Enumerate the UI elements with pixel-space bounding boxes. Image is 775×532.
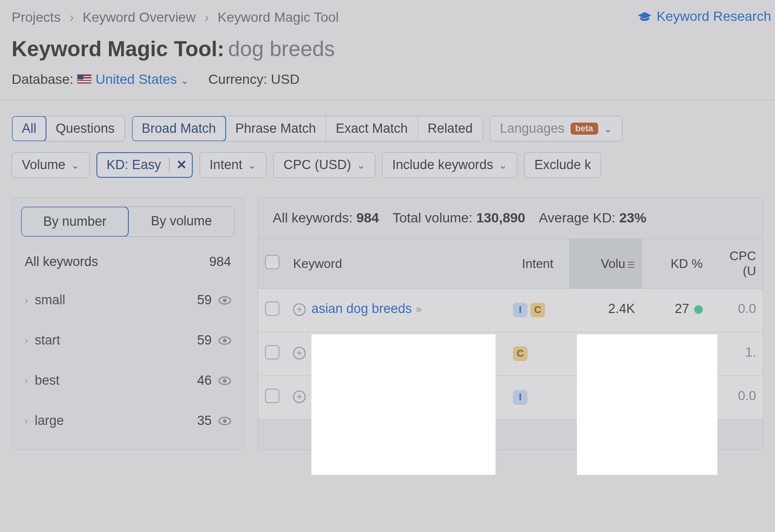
double-chevron-icon[interactable]: » bbox=[416, 303, 421, 315]
keyword-link[interactable]: asian dog breeds bbox=[311, 301, 412, 316]
tab-broad-match[interactable]: Broad Match bbox=[132, 116, 226, 141]
row-checkbox[interactable] bbox=[265, 389, 279, 403]
keywords-table: Keyword Intent Volu☰ KD % CPC (U +asian … bbox=[258, 238, 763, 420]
double-chevron-icon[interactable]: » bbox=[424, 391, 430, 403]
tab-related[interactable]: Related bbox=[418, 116, 482, 141]
kd-cell: 27 bbox=[642, 376, 710, 420]
table-row: +wrinkly dog breeds»I2.4K270.0 bbox=[258, 376, 763, 420]
chevron-down-icon: ⌄ bbox=[71, 159, 79, 171]
add-keyword-icon[interactable]: + bbox=[293, 303, 306, 316]
beta-badge: beta bbox=[571, 123, 598, 135]
chevron-right-icon: › bbox=[25, 415, 28, 426]
volume-cell: 2.4K bbox=[569, 376, 642, 420]
languages-label: Languages bbox=[500, 121, 565, 136]
crumb-overview[interactable]: Keyword Overview bbox=[82, 10, 195, 25]
filter-kd-label: KD: Easy bbox=[107, 157, 161, 172]
page-title: Keyword Magic Tool: bbox=[12, 37, 224, 61]
col-kd[interactable]: KD % bbox=[642, 239, 710, 289]
svg-point-5 bbox=[223, 379, 227, 383]
stat-kd-value: 23% bbox=[619, 210, 646, 225]
stat-allkw-label: All keywords: bbox=[273, 210, 353, 225]
volume-cell: 2.4K bbox=[569, 289, 642, 332]
languages-dropdown[interactable]: Languages beta ⌄ bbox=[490, 116, 622, 141]
all-keywords-count: 984 bbox=[209, 254, 231, 269]
group-row[interactable]: ›start59 bbox=[21, 320, 235, 360]
cpc-cell: 0.0 bbox=[710, 376, 763, 420]
col-intent[interactable]: Intent bbox=[506, 239, 569, 289]
svg-point-3 bbox=[223, 339, 227, 343]
chevron-down-icon: ⌄ bbox=[357, 159, 365, 171]
crumb-magic-tool[interactable]: Keyword Magic Tool bbox=[217, 10, 339, 25]
sub-header: Database: United States ⌄ Currency: USD bbox=[0, 63, 775, 100]
filters-area: All Questions Broad Match Phrase Match E… bbox=[0, 110, 775, 178]
filter-include-keywords[interactable]: Include keywords ⌄ bbox=[382, 152, 518, 178]
intent-badge: I bbox=[513, 303, 527, 317]
chevron-down-icon: ⌄ bbox=[181, 75, 189, 86]
kd-indicator-dot bbox=[694, 392, 703, 401]
keyword-research-link[interactable]: Keyword Research bbox=[638, 9, 775, 24]
add-keyword-icon[interactable]: + bbox=[293, 347, 306, 360]
tab-questions[interactable]: Questions bbox=[46, 116, 124, 141]
eye-icon[interactable] bbox=[218, 376, 231, 385]
eye-icon[interactable] bbox=[218, 336, 231, 345]
intent-badge: C bbox=[530, 303, 545, 317]
all-keywords-row[interactable]: All keywords 984 bbox=[21, 250, 235, 280]
sort-by-volume[interactable]: By volume bbox=[128, 207, 234, 236]
svg-point-1 bbox=[223, 298, 227, 302]
group-count: 35 bbox=[197, 413, 212, 428]
chevron-right-icon: › bbox=[25, 335, 28, 346]
all-keywords-label: All keywords bbox=[25, 254, 98, 269]
stat-kd-label: Average KD: bbox=[539, 210, 615, 225]
filter-intent[interactable]: Intent ⌄ bbox=[200, 152, 267, 178]
table-row: +asian dog breeds»IC2.4K270.0 bbox=[258, 289, 763, 332]
kd-cell: 26 bbox=[642, 332, 710, 376]
col-keyword[interactable]: Keyword bbox=[286, 239, 506, 289]
col-volume[interactable]: Volu☰ bbox=[569, 239, 642, 289]
stats-bar: All keywords: 984 Total volume: 130,890 … bbox=[258, 198, 763, 238]
group-row[interactable]: ›large35 bbox=[21, 401, 235, 441]
clear-kd-filter-icon[interactable]: ✕ bbox=[169, 157, 187, 172]
chevron-right-icon: › bbox=[204, 10, 209, 25]
group-name: best bbox=[35, 373, 60, 388]
chevron-right-icon: › bbox=[25, 375, 28, 386]
currency-value: USD bbox=[271, 72, 299, 87]
intent-badge: C bbox=[513, 346, 527, 361]
flag-us-icon bbox=[77, 74, 92, 84]
eye-icon[interactable] bbox=[218, 417, 231, 425]
sort-by-number[interactable]: By number bbox=[21, 206, 129, 237]
volume-cell: 2.4K bbox=[569, 332, 642, 376]
tab-all[interactable]: All bbox=[12, 116, 46, 141]
add-keyword-icon[interactable]: + bbox=[293, 391, 306, 403]
filter-exclude-keywords[interactable]: Exclude k bbox=[524, 152, 601, 178]
group-count: 59 bbox=[197, 333, 212, 348]
keyword-groups-sidebar: By number By volume All keywords 984 ›sm… bbox=[12, 197, 244, 450]
database-selector[interactable]: Database: United States ⌄ bbox=[12, 72, 189, 87]
row-checkbox[interactable] bbox=[265, 345, 279, 360]
results-panel: All keywords: 984 Total volume: 130,890 … bbox=[258, 197, 763, 450]
stat-allkw-value: 984 bbox=[356, 210, 379, 225]
currency-label: Currency: bbox=[208, 72, 267, 87]
col-cpc[interactable]: CPC (U bbox=[710, 239, 763, 289]
double-chevron-icon[interactable]: » bbox=[426, 347, 432, 359]
select-all-checkbox[interactable] bbox=[265, 255, 279, 269]
row-checkbox[interactable] bbox=[265, 301, 279, 316]
filter-kd[interactable]: KD: Easy ✕ bbox=[96, 152, 193, 178]
database-label: Database: bbox=[12, 72, 74, 87]
chevron-down-icon: ⌄ bbox=[499, 159, 507, 171]
eye-icon[interactable] bbox=[218, 296, 231, 305]
crumb-projects[interactable]: Projects bbox=[12, 10, 61, 25]
group-name: start bbox=[35, 333, 61, 348]
filter-volume[interactable]: Volume ⌄ bbox=[12, 152, 90, 178]
group-row[interactable]: ›small59 bbox=[21, 280, 235, 320]
tab-phrase-match[interactable]: Phrase Match bbox=[226, 116, 326, 141]
group-row[interactable]: ›best46 bbox=[21, 360, 235, 401]
tab-exact-match[interactable]: Exact Match bbox=[326, 116, 418, 141]
keyword-link[interactable]: wrinkly dog breeds bbox=[311, 389, 420, 403]
divider bbox=[0, 100, 775, 100]
keyword-link[interactable]: military dog breeds bbox=[311, 345, 422, 360]
kd-indicator-dot bbox=[694, 305, 703, 314]
filter-cpc[interactable]: CPC (USD) ⌄ bbox=[273, 152, 375, 178]
svg-point-7 bbox=[223, 419, 227, 423]
sort-desc-icon: ☰ bbox=[627, 260, 635, 270]
keyword-research-label: Keyword Research bbox=[656, 9, 771, 24]
